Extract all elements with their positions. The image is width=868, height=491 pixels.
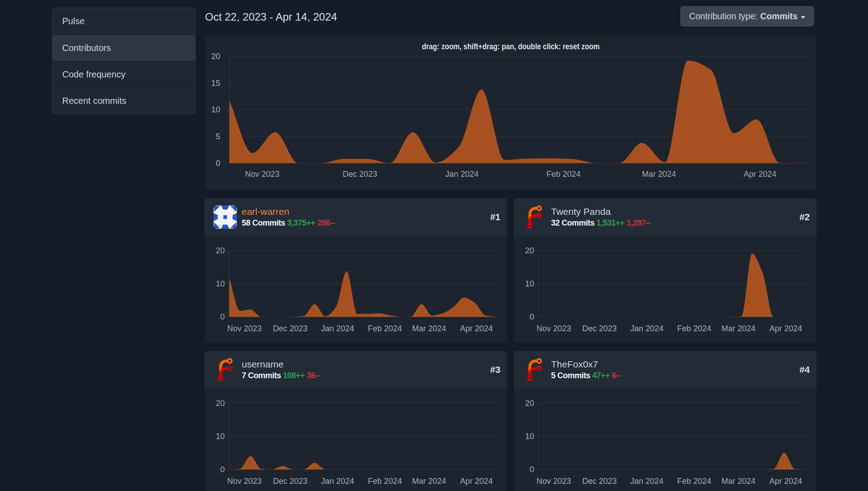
svg-text:0: 0 bbox=[530, 312, 534, 321]
svg-text:Feb 2024: Feb 2024 bbox=[547, 170, 581, 179]
svg-text:Dec 2023: Dec 2023 bbox=[273, 324, 308, 333]
svg-text:Feb 2024: Feb 2024 bbox=[368, 477, 402, 486]
svg-text:15: 15 bbox=[211, 79, 220, 88]
svg-text:20: 20 bbox=[216, 246, 225, 255]
svg-text:20: 20 bbox=[216, 399, 225, 408]
svg-text:5: 5 bbox=[216, 132, 220, 141]
svg-text:Nov 2023: Nov 2023 bbox=[537, 324, 571, 333]
svg-text:Apr 2024: Apr 2024 bbox=[770, 477, 802, 486]
svg-text:10: 10 bbox=[211, 105, 220, 114]
svg-text:20: 20 bbox=[525, 246, 534, 255]
svg-text:Mar 2024: Mar 2024 bbox=[642, 170, 676, 179]
svg-text:0: 0 bbox=[220, 312, 225, 321]
svg-text:Jan 2024: Jan 2024 bbox=[445, 170, 479, 179]
svg-text:Feb 2024: Feb 2024 bbox=[677, 477, 711, 486]
svg-text:Mar 2024: Mar 2024 bbox=[722, 477, 756, 486]
svg-text:0: 0 bbox=[530, 465, 534, 474]
svg-text:Apr 2024: Apr 2024 bbox=[770, 324, 802, 333]
svg-text:Nov 2023: Nov 2023 bbox=[227, 477, 262, 486]
svg-text:Dec 2023: Dec 2023 bbox=[343, 170, 377, 179]
svg-text:Jan 2024: Jan 2024 bbox=[321, 324, 354, 333]
svg-text:20: 20 bbox=[525, 399, 534, 408]
svg-text:Nov 2023: Nov 2023 bbox=[227, 324, 262, 333]
svg-text:Dec 2023: Dec 2023 bbox=[273, 477, 308, 486]
svg-text:10: 10 bbox=[216, 279, 225, 288]
svg-text:Nov 2023: Nov 2023 bbox=[537, 477, 571, 486]
svg-text:10: 10 bbox=[216, 432, 225, 441]
svg-text:Mar 2024: Mar 2024 bbox=[412, 324, 446, 333]
svg-text:0: 0 bbox=[220, 465, 225, 474]
svg-text:Jan 2024: Jan 2024 bbox=[321, 477, 354, 486]
svg-text:Jan 2024: Jan 2024 bbox=[630, 477, 663, 486]
svg-text:Feb 2024: Feb 2024 bbox=[677, 324, 711, 333]
svg-text:Apr 2024: Apr 2024 bbox=[460, 477, 493, 486]
svg-text:10: 10 bbox=[525, 432, 534, 441]
svg-text:Nov 2023: Nov 2023 bbox=[245, 170, 279, 179]
svg-text:0: 0 bbox=[216, 159, 220, 168]
svg-text:Dec 2023: Dec 2023 bbox=[582, 324, 617, 333]
svg-text:Mar 2024: Mar 2024 bbox=[412, 477, 446, 486]
svg-text:Feb 2024: Feb 2024 bbox=[368, 324, 402, 333]
svg-text:Dec 2023: Dec 2023 bbox=[582, 477, 617, 486]
svg-text:drag: zoom, shift+drag: pan, d: drag: zoom, shift+drag: pan, double clic… bbox=[422, 42, 600, 51]
svg-text:Jan 2024: Jan 2024 bbox=[630, 324, 663, 333]
svg-text:20: 20 bbox=[211, 52, 220, 61]
svg-text:Apr 2024: Apr 2024 bbox=[460, 324, 493, 333]
svg-text:Mar 2024: Mar 2024 bbox=[722, 324, 756, 333]
svg-text:Apr 2024: Apr 2024 bbox=[744, 170, 776, 179]
svg-text:10: 10 bbox=[525, 279, 534, 288]
